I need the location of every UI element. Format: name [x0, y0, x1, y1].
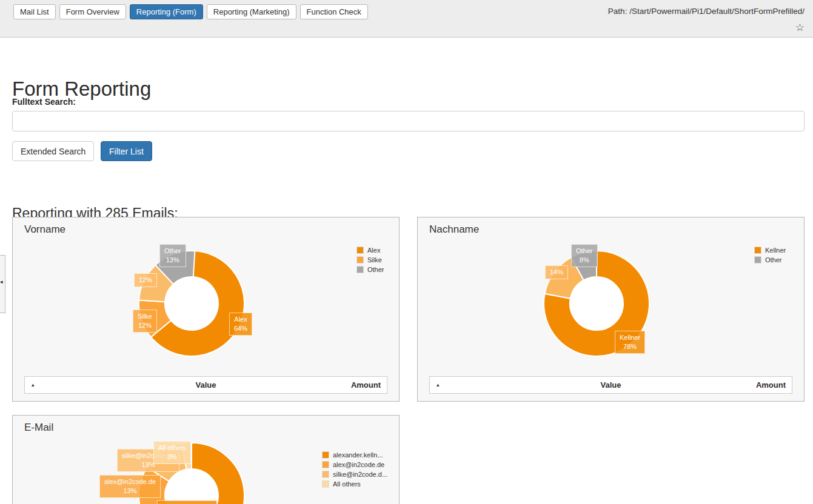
legend-swatch-icon — [322, 471, 329, 478]
legend-swatch-icon — [356, 256, 364, 264]
legend-label: Other — [367, 266, 384, 273]
legend-label: silke@in2code.d... — [333, 471, 387, 478]
slice-data-label: Other13% — [159, 244, 186, 267]
slice-data-label: Kellner78% — [615, 331, 645, 354]
slice-data-label: alex@in2code.de13% — [99, 475, 161, 498]
breadcrumb-path: Path: /Start/Powermail/Pi1/Default/Short… — [608, 7, 805, 16]
legend-item[interactable]: silke@in2code.d... — [322, 469, 387, 479]
legend-swatch-icon — [754, 247, 761, 254]
slice-data-label: Alex64% — [229, 313, 252, 336]
tab-function-check[interactable]: Function Check — [300, 4, 368, 19]
module-tabs: Mail ListForm OverviewReporting (Form)Re… — [13, 4, 368, 19]
chart-panel-email: E-Mail alexander.kelln...71%alex@in2code… — [12, 415, 400, 504]
legend-item[interactable]: Other — [754, 255, 786, 265]
value-column-header[interactable]: Value — [430, 380, 792, 390]
legend-item[interactable]: alexander.kelln... — [322, 450, 387, 460]
slice-data-label: All others3% — [153, 441, 191, 464]
chart-panel-nachname: Nachname Kellner78%14%Other8% KellnerOth… — [417, 217, 805, 402]
legend-label: Kellner — [765, 247, 786, 254]
legend-item[interactable]: Kellner — [754, 245, 786, 255]
legend-item[interactable]: alex@in2code.de — [322, 460, 387, 469]
legend-label: Other — [765, 256, 782, 264]
legend-swatch-icon — [322, 480, 329, 488]
slice-data-label: alexander.kelln...71% — [157, 500, 217, 504]
legend-label: Silke — [367, 256, 382, 264]
tab-reporting-form[interactable]: Reporting (Form) — [130, 4, 203, 19]
legend-swatch-icon — [322, 461, 329, 468]
bookmark-star-icon[interactable]: ☆ — [795, 22, 805, 34]
slice-data-label: Other8% — [571, 244, 598, 267]
tab-form-overview[interactable]: Form Overview — [59, 4, 126, 19]
result-table-header: ▴ Value Amount — [429, 376, 792, 394]
value-column-header[interactable]: Value — [25, 380, 387, 390]
chart-legend: AlexSilkeOther — [356, 245, 384, 274]
legend-swatch-icon — [356, 247, 364, 254]
filter-list-button[interactable]: Filter List — [101, 141, 152, 161]
legend-label: alex@in2code.de — [333, 461, 384, 468]
legend-label: alexander.kelln... — [333, 451, 383, 459]
slice-data-label: Silke12% — [133, 310, 157, 333]
legend-swatch-icon — [322, 451, 329, 459]
legend-swatch-icon — [356, 266, 364, 273]
legend-item[interactable]: Other — [356, 265, 384, 274]
legend-label: Alex — [367, 247, 380, 254]
chart-legend: alexander.kelln...alex@in2code.desilke@i… — [322, 450, 387, 489]
fulltext-search-label: Fulltext Search: — [12, 97, 76, 107]
search-input[interactable] — [12, 111, 805, 131]
extended-search-button[interactable]: Extended Search — [12, 141, 94, 161]
collapse-arrow-icon: ◂ — [0, 279, 3, 285]
tab-reporting-marketing[interactable]: Reporting (Marketing) — [207, 4, 296, 19]
result-table-header: ▴ Value Amount — [24, 376, 387, 394]
chart-legend: KellnerOther — [754, 245, 786, 265]
amount-column-header[interactable]: Amount — [351, 380, 381, 390]
slice-data-label: 14% — [545, 265, 568, 279]
donut-chart — [13, 217, 400, 375]
sidebar-collapse-handle[interactable]: ◂ — [0, 255, 5, 313]
top-toolbar: Mail ListForm OverviewReporting (Form)Re… — [0, 0, 813, 38]
legend-item[interactable]: Alex — [356, 245, 384, 255]
legend-item[interactable]: Silke — [356, 255, 384, 265]
slice-data-label: 12% — [134, 273, 157, 287]
legend-item[interactable]: All others — [322, 479, 387, 489]
donut-chart — [418, 217, 805, 375]
legend-swatch-icon — [754, 256, 761, 264]
chart-panel-vorname: Vorname Alex64%Silke12%12%Other13% AlexS… — [12, 217, 400, 402]
amount-column-header[interactable]: Amount — [756, 380, 786, 390]
tab-mail-list[interactable]: Mail List — [13, 4, 56, 19]
legend-label: All others — [333, 480, 361, 488]
